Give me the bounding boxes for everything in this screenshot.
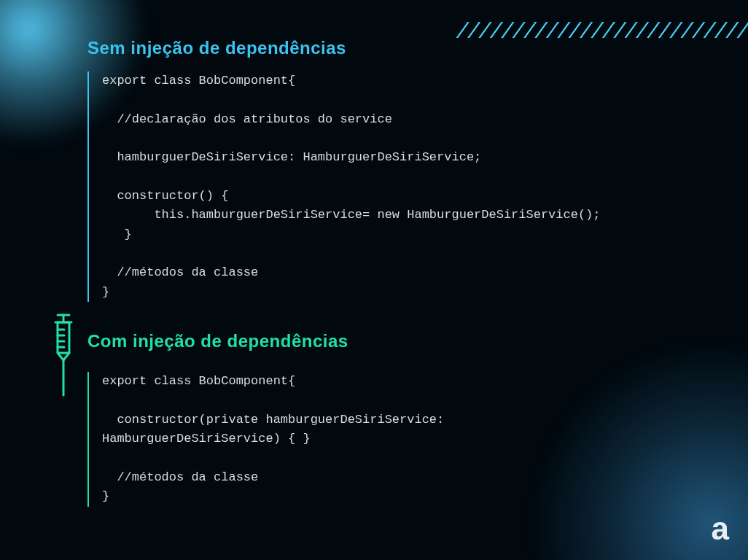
section-with-di: Com injeção de dependências export class… bbox=[87, 331, 748, 506]
brand-logo: a bbox=[712, 510, 729, 547]
heading-without-di: Sem injeção de dependências bbox=[87, 38, 748, 58]
code-block-with-di: export class BobComponent{ constructor(p… bbox=[87, 372, 748, 506]
heading-with-di: Com injeção de dependências bbox=[87, 331, 748, 351]
section-without-di: Sem injeção de dependências export class… bbox=[87, 38, 748, 302]
code-block-without-di: export class BobComponent{ //declaração … bbox=[87, 71, 748, 302]
syringe-icon bbox=[45, 314, 83, 404]
content-area: Sem injeção de dependências export class… bbox=[0, 0, 748, 507]
svg-rect-3 bbox=[58, 322, 69, 353]
